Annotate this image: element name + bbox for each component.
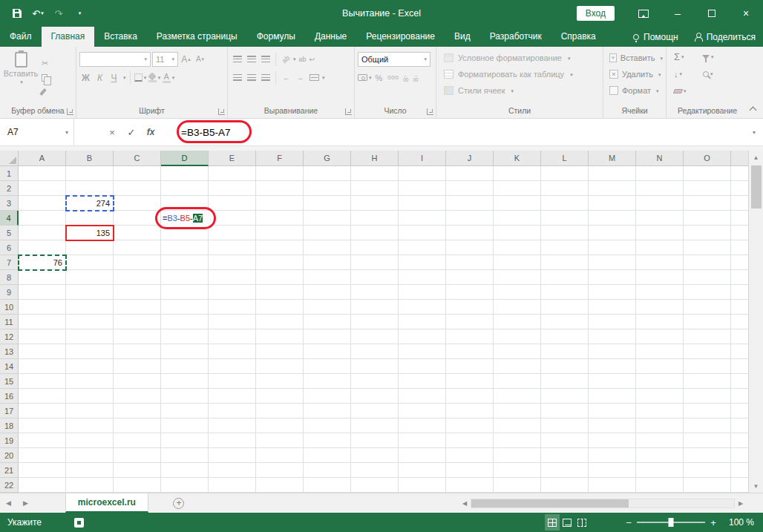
cell-g1[interactable] [304,166,351,181]
cell-k5[interactable] [494,226,541,240]
wrap-text-button[interactable]: ab↩ [298,52,317,67]
cell-i19[interactable] [399,433,446,448]
cell-a14[interactable] [19,359,66,374]
cell-k13[interactable] [494,344,541,359]
accounting-format-button[interactable]: ▾ [358,70,372,85]
cell-h15[interactable] [351,374,399,389]
cell-i3[interactable] [399,196,446,211]
cell-d17[interactable] [161,404,209,418]
cell-f15[interactable] [256,374,304,389]
cell-k20[interactable] [494,448,541,463]
cell-d15[interactable] [161,374,209,389]
cell-g10[interactable] [304,300,351,315]
number-dialog-launcher[interactable] [427,108,433,115]
cell-e6[interactable] [209,240,256,255]
cell-styles-button[interactable]: Стили ячеек▾ [439,82,600,99]
cell-e16[interactable] [209,389,256,404]
cell-j13[interactable] [446,344,494,359]
cell-k12[interactable] [494,329,541,344]
cell-o5[interactable] [684,226,731,240]
row-header-18[interactable]: 18 [0,418,19,433]
cell-k19[interactable] [494,433,541,448]
align-left-button[interactable] [231,70,243,85]
horizontal-scroll-track[interactable] [471,499,735,508]
cell-o2[interactable] [684,181,731,196]
cell-k11[interactable] [494,315,541,329]
cell-f2[interactable] [256,181,304,196]
cell-e17[interactable] [209,404,256,418]
cell-l7[interactable] [541,255,589,270]
cell-i17[interactable] [399,404,446,418]
cell-l16[interactable] [541,389,589,404]
cell-i18[interactable] [399,418,446,433]
column-header-m[interactable]: M [589,151,636,166]
column-header-f[interactable]: F [256,151,304,166]
cell-l20[interactable] [541,448,589,463]
row-header-9[interactable]: 9 [0,285,19,300]
column-header-h[interactable]: H [351,151,399,166]
cell-n3[interactable] [636,196,684,211]
cell-a7[interactable]: 76 [19,255,66,270]
editing-cell-d4[interactable]: =B3-B5-A7 [161,211,209,226]
cell-o18[interactable] [684,418,731,433]
row-header-8[interactable]: 8 [0,270,19,285]
cell-n19[interactable] [636,433,684,448]
cell-m7[interactable] [589,255,636,270]
vertical-scroll-track[interactable] [749,208,763,479]
row-header-22[interactable]: 22 [0,478,19,493]
record-macro-icon[interactable] [74,518,84,528]
cell-o16[interactable] [684,389,731,404]
cell-m3[interactable] [589,196,636,211]
cell-h10[interactable] [351,300,399,315]
cell-j15[interactable] [446,374,494,389]
cell-f21[interactable] [256,463,304,478]
cell-e3[interactable] [209,196,256,211]
scroll-down-icon[interactable]: ▼ [749,479,763,493]
cell-k8[interactable] [494,270,541,285]
cell-c6[interactable] [114,240,161,255]
cell-i12[interactable] [399,329,446,344]
cell-h11[interactable] [351,315,399,329]
cell-m18[interactable] [589,418,636,433]
cell-o17[interactable] [684,404,731,418]
save-button[interactable] [7,4,27,23]
cell-n7[interactable] [636,255,684,270]
cell-m13[interactable] [589,344,636,359]
cell-b1[interactable] [66,166,114,181]
cell-f3[interactable] [256,196,304,211]
vertical-scrollbar[interactable]: ▲ ▼ [748,151,763,493]
row-header-13[interactable]: 13 [0,344,19,359]
cell-n1[interactable] [636,166,684,181]
cell-d19[interactable] [161,433,209,448]
align-right-button[interactable] [259,70,272,85]
tab-insert[interactable]: Вставка [94,27,147,47]
cell-m12[interactable] [589,329,636,344]
sort-filter-button[interactable]: ▾ [701,54,727,59]
cell-h3[interactable] [351,196,399,211]
cell-h6[interactable] [351,240,399,255]
cell-k9[interactable] [494,285,541,300]
format-as-table-button[interactable]: Форматировать как таблицу▾ [439,66,600,82]
align-top-button[interactable] [231,52,243,67]
cell-i15[interactable] [399,374,446,389]
cell-g16[interactable] [304,389,351,404]
cell-m11[interactable] [589,315,636,329]
cell-b20[interactable] [66,448,114,463]
cell-a8[interactable] [19,270,66,285]
maximize-button[interactable] [695,0,729,27]
cell-j22[interactable] [446,478,494,493]
cell-m10[interactable] [589,300,636,315]
cut-button[interactable]: ✂ [42,58,52,69]
cell-f18[interactable] [256,418,304,433]
cell-n9[interactable] [636,285,684,300]
cell-b21[interactable] [66,463,114,478]
cell-g17[interactable] [304,404,351,418]
cell-m19[interactable] [589,433,636,448]
cell-e12[interactable] [209,329,256,344]
cell-b11[interactable] [66,315,114,329]
cell-g7[interactable] [304,255,351,270]
cell-n8[interactable] [636,270,684,285]
cell-h17[interactable] [351,404,399,418]
cell-e2[interactable] [209,181,256,196]
cell-o12[interactable] [684,329,731,344]
